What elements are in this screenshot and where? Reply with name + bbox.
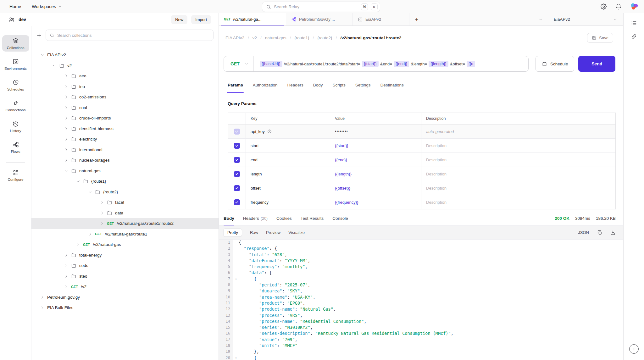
chevron-right-icon[interactable] (64, 116, 68, 120)
response-tab[interactable]: Headers (20) (243, 211, 268, 225)
tree-item[interactable]: facet (31, 197, 219, 208)
request-tab[interactable]: Destinations (380, 77, 403, 93)
response-tab[interactable]: Console (332, 211, 348, 225)
tree-item[interactable]: GET /v2/natural-gas/:route1 (31, 229, 219, 240)
tree-item[interactable]: Petroleum.gov.gy (31, 292, 219, 303)
chevron-right-icon[interactable] (64, 158, 68, 162)
chevron-right-icon[interactable] (88, 232, 92, 236)
chevron-right-icon[interactable] (40, 295, 44, 299)
param-description-cell[interactable]: Description (421, 167, 615, 181)
chevron-right-icon[interactable] (100, 221, 104, 225)
tab-request-natural-gas[interactable]: GET /v2/natural-ga... (219, 13, 286, 25)
import-button[interactable]: Import (191, 15, 211, 24)
param-key-cell[interactable]: start (246, 139, 330, 152)
tree-item[interactable]: v2 (31, 60, 219, 71)
tree-item[interactable]: GET /v2/natural-gas (31, 239, 219, 250)
chevron-right-icon[interactable] (64, 95, 68, 99)
param-checkbox[interactable] (234, 157, 240, 163)
rail-item-connections[interactable]: Connections (2, 97, 29, 114)
chevron-right-icon[interactable] (64, 127, 68, 131)
param-value-cell[interactable]: •••••••• (330, 125, 421, 138)
tree-item[interactable]: co2-emissions (31, 92, 219, 102)
environment-selector[interactable]: EiaAPv2 (548, 13, 623, 25)
send-button[interactable]: Send (578, 56, 615, 72)
request-tab[interactable]: Body (313, 77, 323, 93)
param-value-cell[interactable]: {{start}} (330, 139, 421, 152)
gear-icon[interactable] (601, 3, 607, 10)
request-tab[interactable]: Settings (355, 77, 371, 93)
chevron-right-icon[interactable] (88, 190, 92, 194)
param-description-cell[interactable]: Description (421, 153, 615, 167)
param-description-cell[interactable]: Description (421, 181, 615, 195)
response-tab[interactable]: Body (224, 211, 234, 225)
chevron-right-icon[interactable] (64, 74, 68, 78)
workspace-name[interactable]: dev (19, 17, 26, 22)
rail-item-environments[interactable]: Environments (2, 56, 29, 72)
chevron-right-icon[interactable] (64, 285, 68, 289)
tree-item[interactable]: data (31, 208, 219, 219)
tree-item[interactable]: {route1} (31, 176, 219, 187)
chevron-right-icon[interactable] (64, 253, 68, 257)
chevron-right-icon[interactable] (64, 274, 68, 278)
nav-home[interactable]: Home (9, 4, 21, 9)
tree-item[interactable]: EIA Bulk Files (31, 302, 219, 313)
method-dropdown[interactable]: GET (224, 61, 253, 66)
download-icon[interactable] (610, 230, 616, 235)
new-tab-button[interactable]: + (409, 13, 424, 25)
request-tab[interactable]: Params (228, 77, 243, 93)
fold-toggle-icon[interactable]: ▾ (233, 355, 239, 360)
tab-environment-eiaapv2[interactable]: EiaAPv2 (353, 13, 409, 25)
request-tab[interactable]: Authorization (253, 77, 278, 93)
response-tab[interactable]: Cookies (276, 211, 292, 225)
param-checkbox[interactable] (234, 171, 240, 177)
param-description-cell[interactable]: Description (421, 139, 615, 152)
schedule-button[interactable]: Schedule (536, 56, 574, 72)
tree-item[interactable]: natural-gas (31, 166, 219, 176)
fold-toggle-icon[interactable]: ▾ (233, 276, 239, 282)
add-collection-icon[interactable] (36, 33, 42, 38)
format-selector[interactable]: JSON (578, 230, 589, 235)
view-tab[interactable]: Pretty (223, 228, 242, 237)
breadcrumb-link[interactable]: natural-gas (265, 36, 286, 40)
param-key-cell[interactable]: offset (246, 181, 330, 195)
rail-item-configure[interactable]: Configure (2, 167, 29, 183)
rail-item-flows[interactable]: Flows (2, 139, 29, 155)
param-key-cell[interactable]: api_key (246, 125, 330, 138)
breadcrumb-link[interactable]: {route1} (294, 36, 309, 40)
param-key-cell[interactable]: length (246, 167, 330, 181)
chevron-right-icon[interactable] (64, 85, 68, 89)
param-value-cell[interactable]: {{end}} (330, 153, 421, 167)
chevron-right-icon[interactable] (64, 263, 68, 268)
tab-list-dropdown[interactable] (533, 13, 548, 25)
bell-icon[interactable] (615, 3, 622, 10)
rail-item-history[interactable]: History (2, 118, 29, 135)
tree-item[interactable]: seds (31, 260, 219, 271)
view-tab[interactable]: Preview (266, 230, 280, 235)
chevron-right-icon[interactable] (64, 137, 68, 141)
copy-icon[interactable] (597, 230, 602, 235)
chevron-right-icon[interactable] (40, 306, 44, 310)
tree-item[interactable]: coal (31, 102, 219, 113)
account-logo-icon[interactable] (630, 3, 638, 10)
param-checkbox[interactable] (234, 185, 240, 191)
collections-search[interactable] (46, 30, 214, 41)
param-value-cell[interactable]: {{offset}} (330, 181, 421, 195)
tree-item[interactable]: EIA APIv2 (31, 50, 219, 60)
tree-item[interactable]: international (31, 145, 219, 155)
tab-flow-petroleumgovgy[interactable]: PetroleumGovGy ... (286, 13, 353, 25)
param-checkbox[interactable] (234, 129, 240, 135)
response-tab[interactable]: Test Results (301, 211, 324, 225)
link-icon[interactable] (631, 33, 637, 40)
collections-search-input[interactable] (57, 33, 209, 38)
save-button[interactable]: Save (587, 33, 613, 43)
chevron-right-icon[interactable] (76, 242, 80, 246)
request-tab[interactable]: Scripts (332, 77, 345, 93)
param-key-cell[interactable]: end (246, 153, 330, 167)
breadcrumb-link[interactable]: EIA APIv2 (225, 36, 244, 40)
param-checkbox[interactable] (234, 143, 240, 149)
param-key-cell[interactable]: frequency (246, 195, 330, 209)
tree-item[interactable]: crude-oil-imports (31, 113, 219, 124)
chevron-right-icon[interactable] (64, 169, 68, 173)
param-value-cell[interactable]: {{frequency}} (330, 195, 421, 209)
collapse-panel-button[interactable] (629, 344, 639, 354)
